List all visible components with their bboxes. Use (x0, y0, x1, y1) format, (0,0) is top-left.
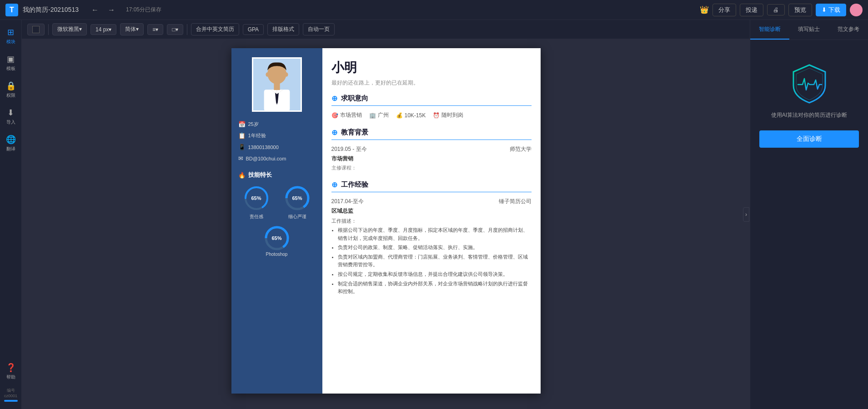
email-info: ✉ BD@100chui.com (238, 155, 316, 162)
work-bullet-2: 负责对区域内加盟商、代理商管理：门店拓展、业务谈判、客情管理、价格管理、区域营销… (338, 253, 532, 269)
line-height-button[interactable]: ≡▾ (147, 24, 163, 35)
topbar-right: 👑 分享 投递 🖨 预览 ⬇ 下载 (700, 4, 863, 16)
skills-icon: 🔥 (238, 172, 246, 179)
sidebar-item-module[interactable]: ⊞ 模块 (0, 24, 21, 49)
translate-icon: 🌐 (6, 135, 16, 145)
edu-courses: 主修课程： (331, 165, 532, 171)
toolbar-divider-2 (187, 24, 187, 35)
redo-button[interactable]: → (105, 5, 118, 15)
font-style-button[interactable]: 微软雅黑▾ (52, 23, 87, 35)
resume-container: 📅 25岁 📋 1年经验 📱 13800138000 ✉ BD@100chui.… (22, 39, 750, 409)
work-title: 工作经验 (341, 180, 368, 189)
job-intention-section: ⊕ 求职意向 🎯 市场营销 🏢 广州 (331, 94, 532, 119)
age-info: 📅 25岁 (238, 121, 316, 128)
skill-circle-responsibility: 65% (243, 185, 270, 212)
topbar-history-icons: ← → (89, 5, 118, 15)
job-city-text: 广州 (378, 111, 389, 119)
skill-percent-3: 65% (271, 235, 281, 241)
toolbar-divider-1 (48, 24, 49, 35)
experience-icon: 📋 (238, 132, 246, 139)
center-content: 微软雅黑▾ 14 px▾ 简体▾ ≡▾ □▾ 合并中英文简历 GPA 排版格式 … (22, 20, 750, 409)
work-bullet-3: 按公司规定，定期收集和反馈市场信息，并提出合理化建议供公司领导决策。 (338, 270, 532, 279)
main-layout: ⊞ 模块 ▣ 模板 🔒 权限 ⬇ 导入 🌐 翻译 ❓ 帮助 编号 cz0001 (0, 20, 868, 409)
topbar-left: T 我的简历-20210513 ← → 17:05分已保存 (5, 4, 161, 16)
vip-icon: 👑 (700, 5, 709, 14)
job-salary-icon: 💰 (396, 112, 403, 119)
edu-period: 2019.05 - 至今 (331, 145, 367, 153)
resume-photo (252, 57, 302, 112)
font-weight-button[interactable]: 简体▾ (120, 23, 144, 35)
skill-label-photoshop: Photoshop (266, 252, 288, 257)
skill-item-photoshop: 65% Photoshop (238, 224, 316, 257)
undo-button[interactable]: ← (89, 5, 101, 15)
work-company: 锤子简历公司 (499, 198, 532, 205)
resume-name: 小明 (331, 59, 532, 76)
sidebar-item-help[interactable]: ❓ 帮助 (0, 359, 21, 384)
merge-cn-en-button[interactable]: 合并中英文简历 (191, 23, 239, 35)
work-icon: ⊕ (331, 180, 337, 189)
sidebar-item-label: 权限 (6, 92, 15, 99)
sidebar-item-label: 帮助 (6, 374, 15, 380)
preview-button[interactable]: 预览 (788, 4, 812, 16)
share-button[interactable]: 分享 (712, 4, 736, 16)
job-intention-icon: ⊕ (331, 94, 337, 103)
email-value: BD@100chui.com (246, 156, 286, 161)
sidebar-item-import[interactable]: ⬇ 导入 (0, 104, 21, 129)
tab-write-tips[interactable]: 填写贴士 (789, 20, 828, 40)
ai-description: 使用AI算法对你的简历进行诊断 (771, 111, 847, 120)
sidebar-left: ⊞ 模块 ▣ 模板 🔒 权限 ⬇ 导入 🌐 翻译 ❓ 帮助 编号 cz0001 (0, 20, 22, 409)
collapse-panel-button[interactable]: › (743, 207, 749, 222)
work-header: ⊕ 工作经验 (331, 180, 532, 192)
job-type-icon: 🎯 (331, 112, 338, 119)
skill-label-careful: 细心严谨 (288, 214, 306, 220)
app-logo: T (5, 4, 18, 16)
active-indicator (4, 400, 18, 402)
phone-value: 13800138000 (248, 145, 279, 150)
diagnose-button[interactable]: 全面诊断 (759, 130, 859, 148)
job-type-text: 市场营销 (340, 111, 362, 119)
skill-item-responsibility: 65% 责任感 (243, 185, 270, 220)
skills-label: 技能特长 (248, 171, 272, 179)
module-icon: ⊞ (7, 27, 14, 37)
save-time: 17:05分已保存 (126, 6, 161, 14)
skill-item-careful: 65% 细心严谨 (284, 185, 311, 220)
ai-panel: 智能诊断 填写贴士 范文参考 (750, 20, 868, 409)
job-tag-type: 🎯 市场营销 (331, 111, 362, 119)
sidebar-item-label: 翻译 (6, 146, 15, 152)
sidebar-item-label: 模块 (6, 39, 15, 45)
job-avail-icon: ⏰ (433, 112, 440, 119)
edu-entry-0: 2019.05 - 至今 师范大学 市场营销 主修课程： (331, 145, 532, 171)
print-button[interactable]: 🖨 (767, 4, 785, 15)
skill-percent: 65% (251, 195, 261, 201)
tab-sample-reference[interactable]: 范文参考 (829, 20, 868, 40)
education-icon: ⊕ (331, 128, 337, 137)
sidebar-item-translate[interactable]: 🌐 翻译 (0, 131, 21, 156)
svg-rect-4 (274, 82, 280, 90)
phone-icon: 📱 (238, 144, 246, 150)
job-avail-text: 随时到岗 (442, 111, 463, 119)
user-id-label: 编号 (4, 388, 18, 394)
skills-title: 🔥 技能特长 (238, 171, 316, 179)
job-intention-title: 求职意向 (341, 94, 368, 103)
shield-svg (789, 63, 830, 104)
gpa-button[interactable]: GPA (243, 24, 264, 35)
tab-smart-diagnose[interactable]: 智能诊断 (750, 20, 789, 40)
download-button[interactable]: ⬇ 下载 (816, 4, 846, 16)
resume-left-panel: 📅 25岁 📋 1年经验 📱 13800138000 ✉ BD@100chui.… (231, 48, 322, 394)
single-page-button[interactable]: 自动一页 (303, 23, 335, 35)
skill-circle-photoshop: 65% (263, 224, 291, 252)
user-id: cz0001 (4, 394, 18, 398)
work-desc-label: 工作描述： (331, 218, 532, 224)
font-size-button[interactable]: 14 px▾ (90, 24, 116, 35)
resume-right-panel: 小明 最好的还在路上，更好的已在延期。 ⊕ 求职意向 🎯 市场营销 (322, 48, 541, 394)
sidebar-item-template[interactable]: ▣ 模板 (0, 50, 21, 75)
work-bullets: 根据公司下达的年度、季度、月度指标，拟定本区域的年度、季度、月度的招商计划、销售… (331, 226, 532, 296)
user-id-section: 编号 cz0001 (2, 386, 20, 405)
sidebar-item-permission[interactable]: 🔒 权限 (0, 77, 21, 102)
submit-button[interactable]: 投递 (740, 4, 763, 16)
user-avatar (850, 4, 863, 16)
format-button[interactable]: 排版格式 (267, 23, 299, 35)
color-picker-button[interactable] (27, 24, 45, 35)
lock-icon: 🔒 (6, 81, 16, 91)
layout-button[interactable]: □▾ (167, 24, 183, 35)
